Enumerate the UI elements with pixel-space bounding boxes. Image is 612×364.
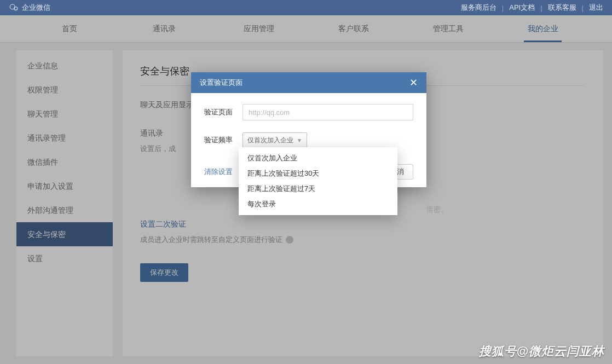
- top-link-vendor[interactable]: 服务商后台: [461, 3, 496, 13]
- clear-settings-link[interactable]: 清除设置: [204, 167, 233, 177]
- frequency-dropdown: 仅首次加入企业 距离上次验证超过30天 距离上次验证超过7天 每次登录: [239, 147, 397, 215]
- chevron-down-icon: ▼: [297, 137, 302, 143]
- frequency-select[interactable]: 仅首次加入企业 ▼: [243, 132, 307, 148]
- brand-text: 企业微信: [22, 3, 50, 13]
- url-input[interactable]: [243, 104, 413, 120]
- image-watermark: 搜狐号@微炬云闫亚林: [479, 343, 604, 360]
- dropdown-option-every[interactable]: 每次登录: [239, 197, 397, 212]
- frequency-label: 验证频率: [204, 135, 243, 145]
- leak-text: 泄密。: [426, 205, 448, 215]
- url-label: 验证页面: [204, 107, 243, 117]
- frequency-value: 仅首次加入企业: [247, 136, 293, 145]
- dropdown-option-7d[interactable]: 距离上次验证超过7天: [239, 181, 397, 197]
- modal-header: 设置验证页面 ✕: [191, 72, 426, 93]
- top-bar: 企业微信 服务商后台 | API文档 | 联系客服 | 退出: [0, 0, 612, 15]
- dropdown-option-30d[interactable]: 距离上次验证超过30天: [239, 166, 397, 181]
- close-icon[interactable]: ✕: [409, 77, 418, 89]
- top-link-api[interactable]: API文档: [509, 3, 535, 13]
- frequency-row: 验证频率 仅首次加入企业 ▼: [204, 132, 413, 148]
- url-row: 验证页面: [204, 104, 413, 120]
- top-link-logout[interactable]: 退出: [589, 3, 603, 13]
- dropdown-option-first[interactable]: 仅首次加入企业: [239, 151, 397, 166]
- brand: 企业微信: [9, 3, 50, 13]
- modal-title: 设置验证页面: [200, 78, 243, 88]
- wechat-work-icon: [9, 3, 19, 13]
- top-link-support[interactable]: 联系客服: [548, 3, 576, 13]
